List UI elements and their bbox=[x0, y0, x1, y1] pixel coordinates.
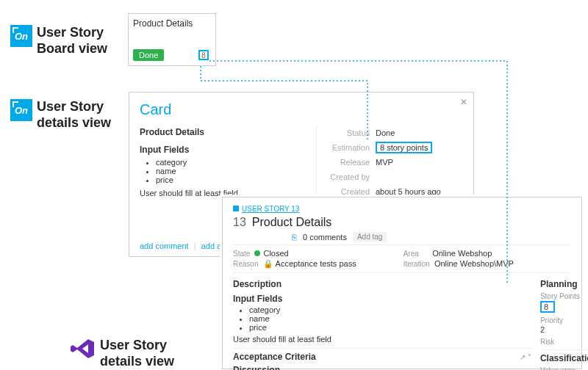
classification-heading: Classification bbox=[540, 353, 588, 363]
input-fields-list: category name price bbox=[140, 158, 307, 184]
area-field[interactable]: Online Webshop bbox=[432, 249, 492, 258]
acceptance-criteria-heading: Acceptance Criteria bbox=[233, 352, 316, 362]
meta-label: Created by bbox=[324, 173, 370, 181]
add-comment-link[interactable]: add comment bbox=[140, 242, 189, 250]
expand-collapse-icon[interactable]: ↗ ˅ bbox=[520, 353, 531, 361]
input-fields-heading: Input Fields bbox=[140, 145, 307, 155]
meta-label: Created bbox=[324, 187, 370, 196]
planning-heading: Planning bbox=[540, 279, 588, 289]
visual-studio-icon bbox=[69, 338, 96, 360]
note-text: User should fill at least field bbox=[233, 335, 531, 344]
label-board-view: On User Story Board view bbox=[10, 25, 107, 57]
label-text: User Story details view bbox=[37, 99, 111, 131]
list-item: name bbox=[249, 314, 531, 323]
state-dot-icon bbox=[254, 250, 260, 256]
card-title: Product Details bbox=[140, 127, 307, 137]
list-item: category bbox=[156, 158, 307, 167]
field-label: Area bbox=[404, 250, 419, 258]
breadcrumb[interactable]: USER STORY 13 bbox=[233, 205, 299, 213]
field-label: Risk bbox=[540, 338, 588, 346]
list-item: price bbox=[249, 323, 531, 332]
lock-icon: 🔒 bbox=[263, 259, 273, 268]
add-tag-button[interactable]: Add tag bbox=[353, 232, 387, 242]
field-label: State bbox=[233, 250, 250, 258]
ado-work-item-card: USER STORY 13 13 Product Details ⎘ 0 com… bbox=[222, 197, 582, 369]
meta-value: Done bbox=[376, 128, 395, 137]
estimate-badge: 8 bbox=[198, 50, 209, 60]
field-label: Value area bbox=[540, 366, 588, 370]
meta-label: Status bbox=[324, 128, 370, 137]
work-item-id: 13 bbox=[233, 216, 246, 229]
kanban-app-icon: On bbox=[10, 25, 32, 47]
input-fields-list: category name price bbox=[233, 305, 531, 332]
discussion-heading: Discussion bbox=[233, 365, 531, 370]
label-text: User Story details view bbox=[100, 338, 174, 369]
input-fields-heading: Input Fields bbox=[233, 294, 531, 304]
kanban-app-icon: On bbox=[10, 99, 32, 121]
state-field[interactable]: Closed bbox=[263, 249, 288, 258]
comments-count[interactable]: 0 comments bbox=[303, 233, 347, 242]
label-kanban-details: On User Story details view bbox=[10, 99, 111, 131]
priority-field[interactable]: 2 bbox=[540, 325, 588, 334]
work-item-type-icon bbox=[233, 206, 239, 211]
list-item: name bbox=[156, 167, 307, 175]
list-item: category bbox=[249, 305, 531, 314]
description-heading: Description bbox=[233, 279, 531, 289]
meta-label: Release bbox=[324, 158, 370, 167]
field-label: Story Points bbox=[540, 292, 588, 300]
field-label: Reason bbox=[233, 260, 258, 268]
work-item-title[interactable]: Product Details bbox=[252, 216, 332, 229]
card-header: Card bbox=[140, 101, 463, 118]
card-title: Product Details bbox=[133, 18, 211, 29]
iteration-field[interactable]: Online Webshop\MVP bbox=[434, 259, 514, 268]
story-points-field[interactable]: 8 bbox=[540, 301, 555, 313]
status-pill-done[interactable]: Done bbox=[133, 49, 164, 61]
meta-value: about 5 hours ago bbox=[376, 187, 441, 196]
meta-label: Estimation bbox=[324, 143, 370, 152]
reason-field[interactable]: Acceptance tests pass bbox=[276, 259, 356, 268]
field-label: Iteration bbox=[404, 260, 430, 268]
field-label: Priority bbox=[540, 316, 588, 324]
list-item: price bbox=[156, 175, 307, 184]
close-icon[interactable]: ✕ bbox=[460, 97, 467, 107]
comments-link-icon[interactable]: ⎘ bbox=[292, 233, 297, 242]
label-ado-details: User Story details view bbox=[69, 338, 174, 369]
meta-value: MVP bbox=[376, 158, 393, 167]
label-text: User Story Board view bbox=[37, 25, 107, 57]
estimation-value: 8 story points bbox=[376, 142, 432, 153]
board-card[interactable]: Product Details Done 8 bbox=[128, 13, 216, 66]
